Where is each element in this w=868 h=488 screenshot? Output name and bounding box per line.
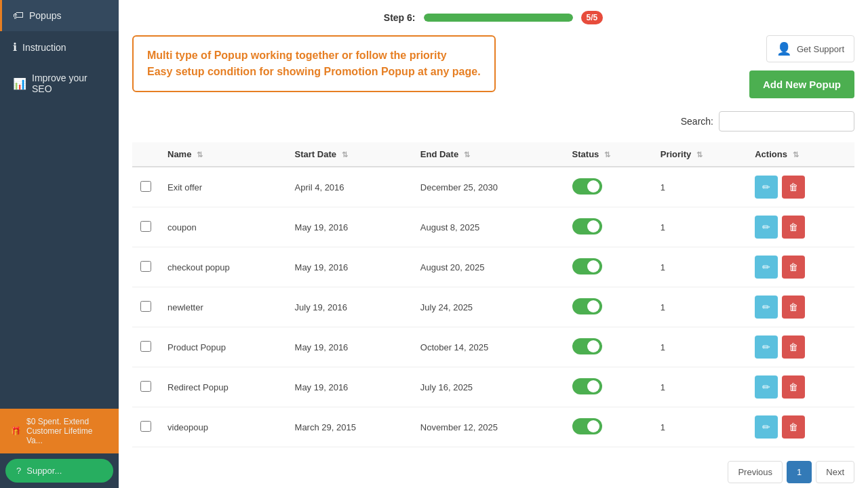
main-content: Step 6: 5/5 Multi type of Popup working …	[119, 0, 868, 488]
page-1-button[interactable]: 1	[787, 461, 812, 483]
row-checkbox[interactable]	[140, 221, 151, 232]
row-name: Product Popup	[159, 327, 287, 367]
info-icon: ℹ	[13, 41, 17, 54]
table-row: Product Popup May 19, 2016 October 14, 2…	[132, 327, 854, 367]
edit-button[interactable]: ✏	[755, 415, 778, 439]
row-checkbox[interactable]	[140, 301, 151, 312]
step-badge: 5/5	[581, 11, 604, 24]
row-status[interactable]	[564, 367, 652, 407]
delete-button[interactable]: 🗑	[782, 176, 805, 199]
status-toggle[interactable]	[572, 298, 602, 314]
question-icon: ?	[16, 466, 21, 476]
row-end-date: July 16, 2025	[412, 367, 564, 407]
status-toggle[interactable]	[572, 378, 602, 394]
table-header-row: Name ⇅ Start Date ⇅ End Date ⇅ Status ⇅ …	[132, 142, 854, 167]
row-checkbox[interactable]	[140, 181, 151, 192]
table-row: Exit offer April 4, 2016 December 25, 20…	[132, 167, 854, 207]
edit-button[interactable]: ✏	[755, 296, 778, 319]
row-start-date: July 19, 2016	[287, 287, 412, 327]
edit-button[interactable]: ✏	[755, 375, 778, 399]
previous-button[interactable]: Previous	[728, 461, 783, 483]
row-checkbox[interactable]	[140, 341, 151, 352]
support-label: Suppor...	[26, 466, 62, 476]
th-name[interactable]: Name ⇅	[159, 142, 287, 167]
sidebar-item-seo[interactable]: 📊 Improve your SEO	[0, 63, 119, 104]
progress-bar	[424, 14, 573, 22]
th-start-date[interactable]: Start Date ⇅	[287, 142, 412, 167]
search-input[interactable]	[719, 111, 854, 131]
row-end-date: October 14, 2025	[412, 327, 564, 367]
edit-button[interactable]: ✏	[755, 336, 778, 359]
row-status[interactable]	[564, 167, 652, 207]
add-new-popup-button[interactable]: Add New Popup	[749, 70, 854, 98]
row-status[interactable]	[564, 407, 652, 447]
row-start-date: May 19, 2016	[287, 327, 412, 367]
support-button[interactable]: ? Suppor...	[5, 459, 113, 483]
row-checkbox-cell	[132, 167, 159, 207]
status-toggle[interactable]	[572, 418, 602, 434]
step-header: Step 6: 5/5	[132, 11, 854, 24]
row-status[interactable]	[564, 287, 652, 327]
row-checkbox-cell	[132, 247, 159, 287]
delete-button[interactable]: 🗑	[782, 296, 805, 319]
row-priority: 1	[652, 207, 747, 247]
sidebar-item-label: Improve your SEO	[32, 73, 108, 94]
edit-button[interactable]: ✏	[755, 256, 778, 279]
row-checkbox-cell	[132, 207, 159, 247]
row-status[interactable]	[564, 247, 652, 287]
get-support-label: Get Support	[797, 44, 844, 54]
row-checkbox-cell	[132, 327, 159, 367]
status-toggle[interactable]	[572, 178, 602, 195]
table-row: videopoup March 29, 2015 November 12, 20…	[132, 407, 854, 447]
next-button[interactable]: Next	[816, 461, 854, 483]
status-toggle[interactable]	[572, 218, 602, 235]
th-actions[interactable]: Actions ⇅	[747, 142, 854, 167]
edit-button[interactable]: ✏	[755, 216, 778, 239]
row-priority: 1	[652, 287, 747, 327]
get-support-button[interactable]: 👤 Get Support	[766, 35, 854, 62]
sidebar-item-popups[interactable]: 🏷 Popups	[0, 0, 119, 31]
row-checkbox[interactable]	[140, 261, 151, 272]
row-priority: 1	[652, 247, 747, 287]
delete-button[interactable]: 🗑	[782, 256, 805, 279]
row-checkbox[interactable]	[140, 381, 151, 392]
th-priority[interactable]: Priority ⇅	[652, 142, 747, 167]
row-actions: ✏ 🗑	[747, 207, 854, 247]
promo-banner[interactable]: 🎁 $0 Spent. Extend Customer Lifetime Va.…	[0, 409, 119, 453]
row-actions: ✏ 🗑	[747, 327, 854, 367]
add-popup-label: Add New Popup	[763, 79, 841, 90]
row-priority: 1	[652, 367, 747, 407]
row-end-date: November 12, 2025	[412, 407, 564, 447]
row-actions: ✏ 🗑	[747, 247, 854, 287]
delete-button[interactable]: 🗑	[782, 415, 805, 439]
table-row: newletter July 19, 2016 July 24, 2025 1 …	[132, 287, 854, 327]
row-end-date: August 20, 2025	[412, 247, 564, 287]
progress-fill	[424, 14, 573, 22]
row-start-date: May 19, 2016	[287, 207, 412, 247]
row-start-date: April 4, 2016	[287, 167, 412, 207]
status-toggle[interactable]	[572, 258, 602, 274]
status-toggle[interactable]	[572, 338, 602, 354]
info-box: Multi type of Popup working together or …	[132, 35, 496, 92]
sidebar-item-label: Instruction	[22, 42, 66, 53]
row-end-date: July 24, 2025	[412, 287, 564, 327]
row-checkbox[interactable]	[140, 421, 151, 432]
row-name: checkout popup	[159, 247, 287, 287]
delete-button[interactable]: 🗑	[782, 336, 805, 359]
row-status[interactable]	[564, 207, 652, 247]
sidebar: 🏷 Popups ℹ Instruction 📊 Improve your SE…	[0, 0, 119, 488]
step-label: Step 6:	[384, 12, 416, 23]
delete-button[interactable]: 🗑	[782, 375, 805, 399]
support-avatar: 👤	[776, 41, 791, 56]
row-priority: 1	[652, 327, 747, 367]
table-row: Redirect Popup May 19, 2016 July 16, 202…	[132, 367, 854, 407]
th-end-date[interactable]: End Date ⇅	[412, 142, 564, 167]
th-status[interactable]: Status ⇅	[564, 142, 652, 167]
data-table: Name ⇅ Start Date ⇅ End Date ⇅ Status ⇅ …	[132, 142, 854, 447]
row-status[interactable]	[564, 327, 652, 367]
pagination: Previous 1 Next	[132, 461, 854, 483]
delete-button[interactable]: 🗑	[782, 216, 805, 239]
edit-button[interactable]: ✏	[755, 176, 778, 199]
table-row: coupon May 19, 2016 August 8, 2025 1 ✏ 🗑	[132, 207, 854, 247]
sidebar-item-instruction[interactable]: ℹ Instruction	[0, 31, 119, 63]
